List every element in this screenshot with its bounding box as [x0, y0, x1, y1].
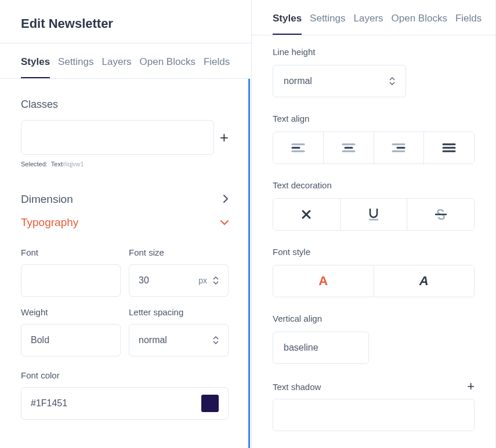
- text-shadow-label: Text shadow: [273, 382, 321, 392]
- font-style-group: A A: [273, 265, 475, 297]
- font-color-input[interactable]: [21, 387, 229, 420]
- dimension-label: Dimension: [21, 193, 73, 206]
- font-size-input[interactable]: px: [129, 264, 229, 297]
- font-size-unit: px: [198, 276, 207, 285]
- typography-label: Typography: [21, 216, 78, 229]
- stepper-up-icon[interactable]: [389, 77, 395, 81]
- text-align-group: [273, 132, 475, 164]
- chevron-down-icon: [220, 218, 229, 227]
- chevron-right-icon: [223, 195, 229, 205]
- left-panel: Edit Newsletter Styles Settings Layers O…: [0, 0, 252, 448]
- text-shadow-input[interactable]: [273, 399, 475, 431]
- font-style-label: Font style: [273, 247, 475, 257]
- align-left-button[interactable]: [273, 132, 324, 163]
- letter-spacing-input[interactable]: normal: [129, 324, 229, 356]
- underline-icon: [368, 208, 379, 221]
- decoration-underline-button[interactable]: [341, 199, 408, 230]
- tabs-left: Styles Settings Layers Open Blocks Field…: [0, 43, 251, 79]
- decoration-none-button[interactable]: [273, 199, 341, 230]
- tab-fields[interactable]: Fields: [204, 43, 230, 78]
- font-color-label: Font color: [21, 370, 229, 380]
- selected-indicator: Selected: Text#iqjvw1: [21, 161, 229, 167]
- align-right-button[interactable]: [374, 132, 425, 163]
- tab-layers[interactable]: Layers: [354, 0, 383, 35]
- x-icon: [301, 209, 312, 220]
- letter-spacing-label: Letter spacing: [129, 307, 229, 317]
- align-left-icon: [291, 143, 305, 153]
- stepper-down-icon[interactable]: [213, 281, 219, 285]
- left-scroll[interactable]: Classes + Selected: Text#iqjvw1 Dimensio…: [0, 79, 250, 448]
- stepper-down-icon[interactable]: [389, 82, 395, 86]
- right-scroll[interactable]: Line height normal Text align: [252, 35, 495, 448]
- font-size-label: Font size: [129, 247, 229, 257]
- tab-settings[interactable]: Settings: [58, 43, 93, 78]
- decoration-strikethrough-button[interactable]: [407, 199, 474, 230]
- align-justify-icon: [442, 143, 456, 153]
- font-style-italic-button[interactable]: A: [374, 265, 475, 297]
- stepper-up-icon[interactable]: [213, 276, 219, 280]
- weight-select[interactable]: Bold: [21, 324, 121, 356]
- font-normal-icon: A: [318, 274, 328, 289]
- typography-accordion[interactable]: Typography: [21, 214, 229, 237]
- tab-styles[interactable]: Styles: [273, 0, 302, 35]
- page-title: Edit Newsletter: [0, 0, 251, 43]
- tab-fields[interactable]: Fields: [455, 0, 481, 35]
- strikethrough-icon: [435, 209, 447, 220]
- tab-settings[interactable]: Settings: [310, 0, 345, 35]
- dimension-accordion[interactable]: Dimension: [21, 185, 229, 214]
- font-label: Font: [21, 247, 121, 257]
- line-height-select[interactable]: normal: [273, 65, 406, 97]
- vertical-align-select[interactable]: baseline: [273, 332, 369, 364]
- align-center-button[interactable]: [324, 132, 374, 163]
- tab-open-blocks[interactable]: Open Blocks: [140, 43, 195, 78]
- classes-input[interactable]: [21, 120, 214, 155]
- align-center-icon: [342, 143, 356, 153]
- right-panel: Styles Settings Layers Open Blocks Field…: [252, 0, 496, 448]
- add-class-icon[interactable]: +: [220, 130, 229, 145]
- font-style-normal-button[interactable]: A: [273, 265, 374, 297]
- text-decoration-label: Text decoration: [273, 180, 475, 190]
- tab-layers[interactable]: Layers: [102, 43, 132, 78]
- classes-label: Classes: [21, 99, 229, 111]
- align-justify-button[interactable]: [424, 132, 474, 163]
- font-italic-icon: A: [419, 274, 429, 289]
- align-right-icon: [392, 143, 406, 153]
- font-color-swatch[interactable]: [201, 395, 219, 412]
- tabs-right: Styles Settings Layers Open Blocks Field…: [252, 0, 495, 35]
- text-align-label: Text align: [273, 114, 475, 123]
- stepper-up-icon[interactable]: [213, 336, 219, 340]
- weight-label: Weight: [21, 307, 121, 317]
- text-decoration-group: [273, 198, 475, 231]
- tab-styles[interactable]: Styles: [21, 43, 50, 78]
- font-input[interactable]: [21, 264, 121, 297]
- vertical-align-label: Vertical align: [273, 314, 475, 323]
- stepper-down-icon[interactable]: [213, 341, 219, 345]
- line-height-label: Line height: [273, 47, 475, 57]
- tab-open-blocks[interactable]: Open Blocks: [392, 0, 447, 35]
- add-text-shadow-icon[interactable]: +: [467, 380, 475, 393]
